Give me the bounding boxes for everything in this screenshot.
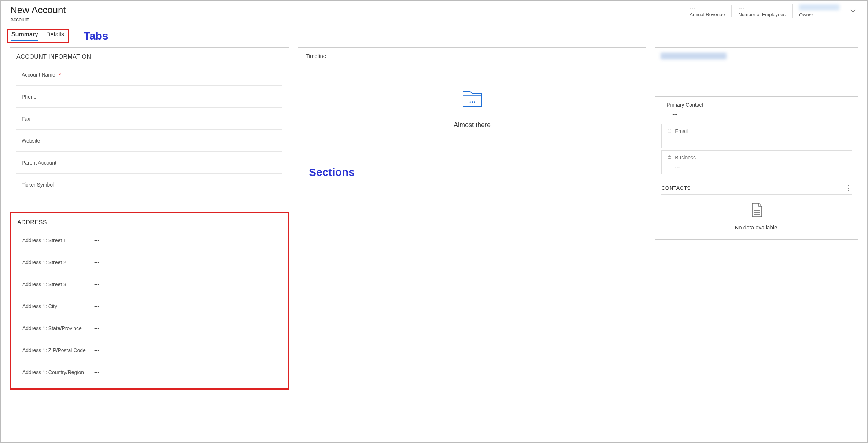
- page-title: New Account: [10, 4, 66, 16]
- field-label: Address 1: Street 3: [17, 281, 91, 287]
- required-indicator: *: [59, 72, 61, 78]
- field-phone[interactable]: Phone ---: [16, 86, 282, 108]
- subfield-value: ---: [667, 134, 847, 144]
- field-value: ---: [90, 72, 99, 78]
- svg-point-1: [472, 101, 473, 103]
- annotation-sections: Sections: [298, 166, 646, 178]
- field-label: Address 1: Street 1: [17, 237, 91, 243]
- field-label: Address 1: State/Province: [17, 325, 91, 331]
- subfield-label: Email: [675, 128, 688, 134]
- chevron-down-icon: [849, 7, 857, 16]
- field-fax[interactable]: Fax ---: [16, 108, 282, 130]
- header-field-owner[interactable]: Owner: [792, 4, 846, 18]
- timeline-message: Almost there: [454, 121, 491, 129]
- field-value: ---: [91, 369, 99, 375]
- field-value: ---: [90, 138, 99, 144]
- subfield-label: Business: [675, 155, 696, 160]
- field-label: Address 1: ZIP/Postal Code: [17, 347, 91, 353]
- primary-contact-label: Primary Contact: [661, 102, 852, 108]
- header-field-owner-label: Owner: [799, 12, 839, 18]
- field-ticker-symbol[interactable]: Ticker Symbol ---: [16, 174, 282, 196]
- svg-rect-3: [668, 130, 671, 132]
- field-website[interactable]: Website ---: [16, 130, 282, 152]
- header-field-revenue[interactable]: --- Annual Revenue: [683, 5, 731, 17]
- tab-details[interactable]: Details: [46, 31, 64, 41]
- tab-summary[interactable]: Summary: [11, 31, 38, 41]
- lock-icon: [667, 154, 672, 160]
- tabs-highlight-box: Summary Details: [7, 29, 69, 43]
- lock-icon: [667, 128, 672, 134]
- subfield-email[interactable]: Email ---: [661, 124, 852, 148]
- section-title: ADDRESS: [17, 219, 281, 226]
- contacts-more-button[interactable]: ⋮: [845, 184, 852, 192]
- subfield-business[interactable]: Business ---: [661, 150, 852, 174]
- field-label: Parent Account: [16, 160, 90, 166]
- field-address-street2[interactable]: Address 1: Street 2 ---: [17, 251, 281, 273]
- field-address-country[interactable]: Address 1: Country/Region ---: [17, 361, 281, 383]
- field-address-state[interactable]: Address 1: State/Province ---: [17, 317, 281, 339]
- field-address-zip[interactable]: Address 1: ZIP/Postal Code ---: [17, 339, 281, 361]
- more-vertical-icon: ⋮: [845, 184, 852, 192]
- section-title: ACCOUNT INFORMATION: [16, 53, 282, 60]
- field-address-city[interactable]: Address 1: City ---: [17, 295, 281, 317]
- contacts-title: CONTACTS: [661, 185, 691, 191]
- field-label: Phone: [16, 94, 90, 100]
- field-label: Fax: [16, 116, 90, 122]
- annotation-tabs: Tabs: [84, 30, 108, 42]
- field-value: ---: [90, 116, 99, 122]
- section-address: ADDRESS Address 1: Street 1 --- Address …: [10, 212, 289, 390]
- header-field-employees[interactable]: --- Number of Employees: [731, 5, 792, 17]
- field-label: Website: [16, 138, 90, 144]
- field-label: Address 1: Street 2: [17, 259, 91, 265]
- header-field-employees-label: Number of Employees: [738, 12, 786, 17]
- field-value: ---: [91, 325, 99, 331]
- header-field-employees-value: ---: [738, 5, 786, 11]
- related-card-blurred: [655, 47, 858, 91]
- field-address-street3[interactable]: Address 1: Street 3 ---: [17, 273, 281, 295]
- timeline-title: Timeline: [306, 53, 639, 62]
- blurred-title: [661, 53, 727, 59]
- section-account-information: ACCOUNT INFORMATION Account Name * --- P…: [10, 47, 289, 201]
- field-value: ---: [91, 237, 99, 243]
- header-field-revenue-value: ---: [690, 5, 725, 11]
- header-expand-button[interactable]: [846, 7, 860, 16]
- tabs-row: Summary Details Tabs: [1, 26, 867, 43]
- form-header: New Account Account --- Annual Revenue -…: [1, 1, 867, 26]
- folder-stack-icon: [461, 88, 484, 110]
- field-value: ---: [91, 259, 99, 265]
- field-value: ---: [90, 160, 99, 166]
- primary-contact-value[interactable]: ---: [661, 108, 852, 122]
- field-value: ---: [91, 281, 99, 287]
- header-field-revenue-label: Annual Revenue: [690, 12, 725, 17]
- field-value: ---: [91, 347, 99, 353]
- field-label: Account Name: [22, 72, 55, 78]
- field-parent-account[interactable]: Parent Account ---: [16, 152, 282, 174]
- field-value: ---: [90, 182, 99, 188]
- field-account-name[interactable]: Account Name * ---: [16, 64, 282, 86]
- entity-name: Account: [10, 16, 66, 22]
- field-label: Ticker Symbol: [16, 182, 90, 188]
- field-label: Address 1: City: [17, 303, 91, 309]
- section-timeline: Timeline Almost there: [298, 47, 646, 144]
- document-icon: [751, 203, 763, 218]
- svg-point-2: [474, 101, 475, 103]
- field-value: ---: [90, 94, 99, 100]
- svg-rect-4: [668, 156, 671, 158]
- subfield-value: ---: [667, 160, 847, 170]
- field-value: ---: [91, 303, 99, 309]
- field-label: Address 1: Country/Region: [17, 369, 91, 375]
- contacts-empty-message: No data available.: [735, 224, 779, 230]
- section-primary-contact: Primary Contact --- Email --- Business: [655, 96, 858, 240]
- field-address-street1[interactable]: Address 1: Street 1 ---: [17, 229, 281, 251]
- svg-point-0: [469, 101, 470, 103]
- owner-value-blurred: [799, 4, 839, 10]
